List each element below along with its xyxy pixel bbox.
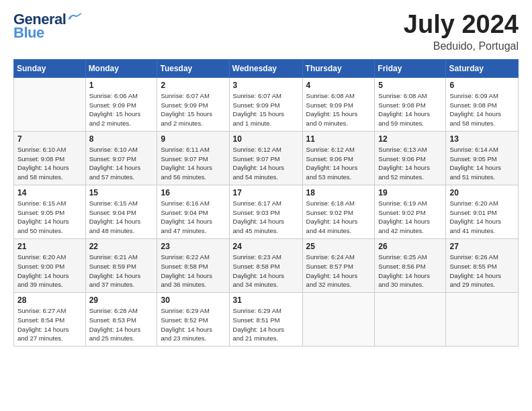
day-number: 28: [17, 295, 82, 305]
header: General Blue July 2024 Beduido, Portugal: [13, 11, 519, 52]
day-info: Sunrise: 6:22 AMSunset: 8:58 PMDaylight:…: [161, 253, 225, 289]
calendar-table: Sunday Monday Tuesday Wednesday Thursday…: [13, 59, 519, 347]
day-number: 15: [89, 188, 154, 197]
location-title: Beduido, Portugal: [404, 40, 519, 52]
day-cell: 23Sunrise: 6:22 AMSunset: 8:58 PMDayligh…: [157, 238, 229, 292]
day-info: Sunrise: 6:12 AMSunset: 9:06 PMDaylight:…: [306, 145, 371, 182]
page: General Blue July 2024 Beduido, Portugal…: [0, 0, 532, 411]
day-cell: [14, 77, 86, 131]
day-cell: 30Sunrise: 6:29 AMSunset: 8:52 PMDayligh…: [157, 293, 229, 347]
day-info: Sunrise: 6:20 AMSunset: 9:00 PMDaylight:…: [17, 253, 82, 289]
header-friday: Friday: [375, 59, 446, 77]
day-number: 20: [449, 188, 515, 197]
day-number: 8: [89, 134, 154, 144]
day-cell: 13Sunrise: 6:14 AMSunset: 9:05 PMDayligh…: [446, 131, 519, 185]
day-info: Sunrise: 6:12 AMSunset: 9:07 PMDaylight:…: [233, 145, 299, 182]
day-cell: 24Sunrise: 6:23 AMSunset: 8:58 PMDayligh…: [229, 238, 302, 292]
day-number: 16: [161, 188, 225, 197]
day-info: Sunrise: 6:10 AMSunset: 9:08 PMDaylight:…: [17, 145, 82, 182]
day-cell: 11Sunrise: 6:12 AMSunset: 9:06 PMDayligh…: [302, 131, 375, 185]
day-info: Sunrise: 6:23 AMSunset: 8:58 PMDaylight:…: [233, 253, 299, 289]
day-info: Sunrise: 6:07 AMSunset: 9:09 PMDaylight:…: [161, 91, 225, 128]
day-cell: 14Sunrise: 6:15 AMSunset: 9:05 PMDayligh…: [14, 185, 86, 238]
day-info: Sunrise: 6:18 AMSunset: 9:02 PMDaylight:…: [306, 199, 371, 236]
title-block: July 2024 Beduido, Portugal: [404, 11, 519, 52]
logo-bird-icon: [67, 11, 82, 22]
header-wednesday: Wednesday: [229, 59, 302, 77]
day-info: Sunrise: 6:27 AMSunset: 8:54 PMDaylight:…: [17, 306, 82, 343]
day-cell: [375, 293, 446, 347]
day-number: 21: [17, 242, 82, 251]
day-number: 4: [306, 81, 371, 90]
day-info: Sunrise: 6:29 AMSunset: 8:52 PMDaylight:…: [161, 306, 225, 343]
day-number: 26: [378, 242, 442, 251]
day-number: 22: [89, 242, 154, 251]
day-info: Sunrise: 6:14 AMSunset: 9:05 PMDaylight:…: [449, 145, 515, 182]
month-title: July 2024: [404, 11, 519, 39]
week-row-1: 1Sunrise: 6:06 AMSunset: 9:09 PMDaylight…: [14, 77, 519, 131]
day-cell: [302, 293, 375, 347]
header-saturday: Saturday: [446, 59, 519, 77]
day-number: 3: [233, 81, 299, 90]
day-cell: 25Sunrise: 6:24 AMSunset: 8:57 PMDayligh…: [302, 238, 375, 292]
day-info: Sunrise: 6:28 AMSunset: 8:53 PMDaylight:…: [89, 306, 154, 343]
day-cell: 19Sunrise: 6:19 AMSunset: 9:02 PMDayligh…: [375, 185, 446, 238]
day-cell: 28Sunrise: 6:27 AMSunset: 8:54 PMDayligh…: [14, 293, 86, 347]
header-tuesday: Tuesday: [157, 59, 229, 77]
day-number: 31: [233, 295, 299, 305]
day-cell: 26Sunrise: 6:25 AMSunset: 8:56 PMDayligh…: [375, 238, 446, 292]
week-row-2: 7Sunrise: 6:10 AMSunset: 9:08 PMDaylight…: [14, 131, 519, 185]
week-row-4: 21Sunrise: 6:20 AMSunset: 9:00 PMDayligh…: [14, 238, 519, 292]
header-thursday: Thursday: [302, 59, 375, 77]
day-number: 2: [161, 81, 225, 90]
logo: General Blue: [13, 11, 82, 42]
day-cell: 29Sunrise: 6:28 AMSunset: 8:53 PMDayligh…: [85, 293, 157, 347]
header-monday: Monday: [85, 59, 157, 77]
day-cell: 6Sunrise: 6:09 AMSunset: 9:08 PMDaylight…: [446, 77, 519, 131]
day-number: 11: [306, 134, 371, 144]
day-cell: 3Sunrise: 6:07 AMSunset: 9:09 PMDaylight…: [229, 77, 302, 131]
day-info: Sunrise: 6:06 AMSunset: 9:09 PMDaylight:…: [89, 91, 154, 128]
day-info: Sunrise: 6:20 AMSunset: 9:01 PMDaylight:…: [449, 199, 515, 236]
day-cell: 16Sunrise: 6:16 AMSunset: 9:04 PMDayligh…: [157, 185, 229, 238]
day-info: Sunrise: 6:08 AMSunset: 9:09 PMDaylight:…: [306, 91, 371, 128]
day-cell: 31Sunrise: 6:29 AMSunset: 8:51 PMDayligh…: [229, 293, 302, 347]
day-info: Sunrise: 6:09 AMSunset: 9:08 PMDaylight:…: [449, 91, 515, 128]
day-cell: 2Sunrise: 6:07 AMSunset: 9:09 PMDaylight…: [157, 77, 229, 131]
day-number: 1: [89, 81, 154, 90]
day-cell: 22Sunrise: 6:21 AMSunset: 8:59 PMDayligh…: [85, 238, 157, 292]
day-number: 17: [233, 188, 299, 197]
day-info: Sunrise: 6:25 AMSunset: 8:56 PMDaylight:…: [378, 253, 442, 289]
day-number: 9: [161, 134, 225, 144]
day-cell: 18Sunrise: 6:18 AMSunset: 9:02 PMDayligh…: [302, 185, 375, 238]
week-row-5: 28Sunrise: 6:27 AMSunset: 8:54 PMDayligh…: [14, 293, 519, 347]
day-info: Sunrise: 6:08 AMSunset: 9:08 PMDaylight:…: [378, 91, 442, 128]
logo-blue: Blue: [13, 24, 44, 42]
day-info: Sunrise: 6:15 AMSunset: 9:05 PMDaylight:…: [17, 199, 82, 236]
day-info: Sunrise: 6:13 AMSunset: 9:06 PMDaylight:…: [378, 145, 442, 182]
day-number: 10: [233, 134, 299, 144]
day-number: 14: [17, 188, 82, 197]
day-info: Sunrise: 6:16 AMSunset: 9:04 PMDaylight:…: [161, 199, 225, 236]
day-cell: 1Sunrise: 6:06 AMSunset: 9:09 PMDaylight…: [85, 77, 157, 131]
week-row-3: 14Sunrise: 6:15 AMSunset: 9:05 PMDayligh…: [14, 185, 519, 238]
day-number: 27: [449, 242, 515, 251]
day-cell: 5Sunrise: 6:08 AMSunset: 9:08 PMDaylight…: [375, 77, 446, 131]
day-number: 24: [233, 242, 299, 251]
header-sunday: Sunday: [14, 59, 86, 77]
day-cell: 9Sunrise: 6:11 AMSunset: 9:07 PMDaylight…: [157, 131, 229, 185]
day-info: Sunrise: 6:11 AMSunset: 9:07 PMDaylight:…: [161, 145, 225, 182]
day-cell: 27Sunrise: 6:26 AMSunset: 8:55 PMDayligh…: [446, 238, 519, 292]
day-cell: 20Sunrise: 6:20 AMSunset: 9:01 PMDayligh…: [446, 185, 519, 238]
day-cell: 8Sunrise: 6:10 AMSunset: 9:07 PMDaylight…: [85, 131, 157, 185]
day-number: 18: [306, 188, 371, 197]
day-number: 5: [378, 81, 442, 90]
day-info: Sunrise: 6:15 AMSunset: 9:04 PMDaylight:…: [89, 199, 154, 236]
day-info: Sunrise: 6:26 AMSunset: 8:55 PMDaylight:…: [449, 253, 515, 289]
day-info: Sunrise: 6:29 AMSunset: 8:51 PMDaylight:…: [233, 306, 299, 343]
day-cell: 17Sunrise: 6:17 AMSunset: 9:03 PMDayligh…: [229, 185, 302, 238]
day-info: Sunrise: 6:10 AMSunset: 9:07 PMDaylight:…: [89, 145, 154, 182]
day-info: Sunrise: 6:19 AMSunset: 9:02 PMDaylight:…: [378, 199, 442, 236]
weekday-header-row: Sunday Monday Tuesday Wednesday Thursday…: [14, 59, 519, 77]
day-number: 6: [449, 81, 515, 90]
